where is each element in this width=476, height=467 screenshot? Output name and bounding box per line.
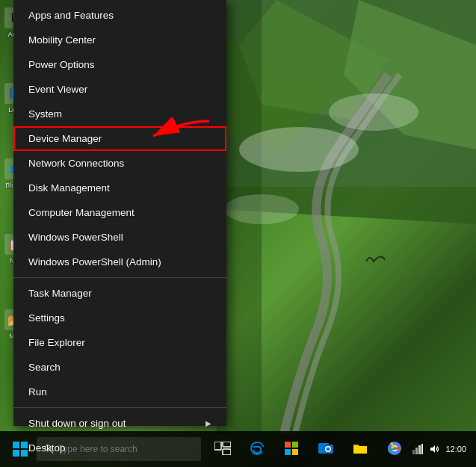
chrome-icon — [386, 440, 403, 457]
menu-item-label-search: Search — [28, 362, 61, 373]
menu-item-windows-powershell[interactable]: Windows PowerShell — [13, 225, 226, 250]
svg-rect-31 — [412, 450, 415, 454]
svg-rect-19 — [285, 442, 291, 448]
chevron-right-icon: ▶ — [205, 419, 211, 427]
svg-rect-32 — [415, 448, 418, 454]
svg-rect-27 — [353, 446, 367, 454]
menu-item-search[interactable]: Search — [13, 355, 226, 380]
network-tray-icon — [412, 444, 423, 454]
menu-item-label-file-explorer: File Explorer — [28, 337, 85, 348]
menu-item-disk-management[interactable]: Disk Management — [13, 176, 226, 200]
chrome-button[interactable] — [378, 433, 411, 466]
svg-marker-35 — [430, 445, 435, 453]
clock: 12:00 — [445, 445, 466, 454]
menu-item-apps-features[interactable]: Apps and Features — [13, 3, 226, 28]
menu-item-mobility-center[interactable]: Mobility Center — [13, 28, 226, 52]
menu-item-label-event-viewer: Event Viewer — [28, 84, 87, 95]
menu-item-settings[interactable]: Settings — [13, 306, 226, 330]
file-explorer-icon — [352, 440, 368, 457]
svg-point-8 — [224, 194, 299, 224]
volume-tray-icon — [429, 444, 439, 454]
svg-rect-34 — [421, 444, 423, 454]
svg-point-7 — [329, 93, 418, 131]
menu-item-label-shut-down: Shut down or sign out — [28, 418, 126, 429]
system-tray: 12:00 — [412, 444, 472, 454]
outlook-button[interactable] — [309, 433, 342, 466]
file-explorer-button[interactable] — [344, 433, 377, 466]
store-icon — [283, 440, 300, 457]
menu-separator — [13, 277, 226, 278]
svg-rect-21 — [285, 449, 291, 455]
menu-item-desktop[interactable]: Desktop — [13, 436, 226, 460]
menu-item-label-network-connections: Network Connections — [28, 158, 124, 169]
menu-item-label-apps-features: Apps and Features — [28, 10, 114, 21]
context-menu: Apps and FeaturesMobility CenterPower Op… — [13, 0, 226, 426]
outlook-icon — [318, 440, 334, 457]
menu-item-run[interactable]: Run — [13, 380, 226, 404]
menu-item-network-connections[interactable]: Network Connections — [13, 151, 226, 176]
menu-item-label-device-manager: Device Manager — [28, 133, 102, 144]
menu-item-windows-powershell-admin[interactable]: Windows PowerShell (Admin) — [13, 250, 226, 274]
menu-item-label-task-manager: Task Manager — [28, 288, 92, 299]
red-arrow-indicator — [138, 117, 205, 147]
menu-item-power-options[interactable]: Power Options — [13, 52, 226, 77]
menu-item-label-run: Run — [28, 386, 47, 398]
taskbar-apps — [205, 433, 412, 466]
menu-item-label-power-options: Power Options — [28, 59, 95, 70]
menu-item-label-disk-management: Disk Management — [28, 182, 110, 194]
menu-item-label-desktop: Desktop — [28, 442, 66, 454]
edge-button[interactable] — [241, 433, 273, 466]
svg-point-26 — [327, 448, 330, 451]
menu-item-label-system: System — [28, 108, 62, 120]
menu-item-label-settings: Settings — [28, 312, 65, 324]
store-button[interactable] — [275, 433, 308, 466]
svg-point-6 — [239, 127, 359, 172]
menu-item-label-computer-management: Computer Management — [28, 207, 135, 218]
menu-separator — [13, 407, 226, 408]
menu-item-task-manager[interactable]: Task Manager — [13, 281, 226, 306]
svg-rect-22 — [292, 449, 298, 455]
menu-item-label-windows-powershell-admin: Windows PowerShell (Admin) — [28, 256, 161, 267]
menu-item-computer-management[interactable]: Computer Management — [13, 200, 226, 225]
edge-icon — [249, 440, 265, 457]
menu-item-file-explorer[interactable]: File Explorer — [13, 330, 226, 355]
menu-item-label-windows-powershell: Windows PowerShell — [28, 232, 123, 243]
svg-rect-33 — [418, 445, 421, 454]
menu-item-label-mobility-center: Mobility Center — [28, 34, 96, 46]
menu-item-shut-down[interactable]: Shut down or sign out▶ — [13, 411, 226, 436]
svg-rect-20 — [292, 442, 298, 448]
menu-item-event-viewer[interactable]: Event Viewer — [13, 77, 226, 102]
